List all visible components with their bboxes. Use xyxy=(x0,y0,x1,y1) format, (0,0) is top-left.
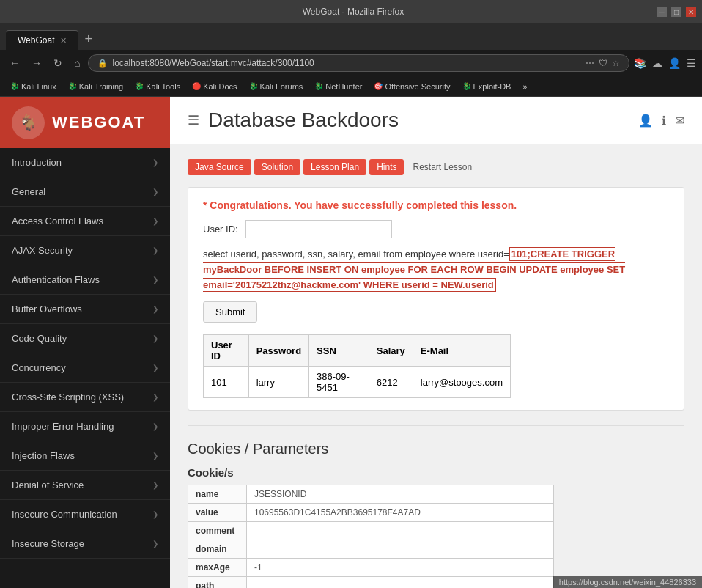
browser-tab[interactable]: WebGoat ✕ xyxy=(6,30,78,50)
hamburger-icon[interactable]: ☰ xyxy=(188,112,199,128)
col-salary: Salary xyxy=(369,335,413,367)
cookie-comment-value xyxy=(247,522,554,540)
solution-button[interactable]: Solution xyxy=(254,159,300,175)
home-button[interactable]: ⌂ xyxy=(70,56,84,70)
cookie-maxage-label: maxAge xyxy=(188,559,247,577)
browser-chrome: WebGoat - Mozilla Firefox ─ □ ✕ WebGoat … xyxy=(0,0,702,97)
address-bar[interactable]: 🔒 ⋯ 🛡 ☆ xyxy=(88,54,629,72)
sidebar-item-insecure-communication[interactable]: Insecure Communication ❯ xyxy=(0,500,170,529)
library-icon[interactable]: 📚 xyxy=(634,57,646,69)
window-controls[interactable]: ─ □ ✕ xyxy=(657,7,696,17)
cookie-domain-row: domain xyxy=(188,540,554,559)
bookmark-label: Exploit-DB xyxy=(473,82,511,91)
sidebar-item-authentication-flaws[interactable]: Authentication Flaws ❯ xyxy=(0,265,170,295)
sidebar-item-label: Introduction xyxy=(12,157,62,168)
sidebar-item-insecure-storage[interactable]: Insecure Storage ❯ xyxy=(0,529,170,559)
sidebar-item-label: Code Quality xyxy=(12,333,67,344)
restart-lesson-link[interactable]: Restart Lesson xyxy=(413,162,472,172)
new-tab-button[interactable]: + xyxy=(78,29,98,50)
sidebar-item-label: Authentication Flaws xyxy=(12,274,100,285)
cell-email: larry@stooges.com xyxy=(413,367,510,398)
bookmark-label: NetHunter xyxy=(325,82,362,91)
sidebar-item-access-control-flaws[interactable]: Access Control Flaws ❯ xyxy=(0,207,170,236)
chevron-right-icon: ❯ xyxy=(152,481,158,489)
url-input[interactable] xyxy=(112,58,581,68)
cookie-domain-value xyxy=(247,540,554,559)
restore-button[interactable]: □ xyxy=(671,7,681,17)
bookmark-star-icon[interactable]: ☆ xyxy=(612,58,620,68)
sidebar: 🐐 WEBGOAT Introduction ❯ General ❯ Acces… xyxy=(0,97,170,588)
col-userid: User ID xyxy=(204,335,249,367)
sidebar-item-label: Concurrency xyxy=(12,362,66,373)
account-icon[interactable]: 👤 xyxy=(668,57,681,69)
more-bookmarks[interactable]: » xyxy=(518,81,531,92)
sidebar-item-label: Injection Flaws xyxy=(12,450,75,461)
sidebar-item-buffer-overflows[interactable]: Buffer Overflows ❯ xyxy=(0,295,170,324)
java-source-button[interactable]: Java Source xyxy=(188,159,251,175)
bookmark-kali-linux[interactable]: 🐉 Kali Linux xyxy=(6,81,61,92)
forward-button[interactable]: → xyxy=(28,56,45,70)
chevron-right-icon: ❯ xyxy=(152,364,158,372)
chevron-right-icon: ❯ xyxy=(152,188,158,196)
sidebar-item-label: Buffer Overflows xyxy=(12,304,82,315)
page-title: Database Backdoors xyxy=(208,109,399,132)
minimize-button[interactable]: ─ xyxy=(657,7,667,17)
tab-label: WebGoat xyxy=(18,35,54,45)
nav-icons: 📚 ☁ 👤 ☰ xyxy=(634,57,696,69)
sidebar-item-improper-error-handling[interactable]: Improper Error Handling ❯ xyxy=(0,412,170,441)
sidebar-item-label: Improper Error Handling xyxy=(12,421,114,432)
chevron-right-icon: » xyxy=(522,82,527,91)
sync-icon[interactable]: ☁ xyxy=(652,57,662,69)
sidebar-item-label: General xyxy=(12,186,45,197)
hints-button[interactable]: Hints xyxy=(369,159,404,175)
bookmark-kali-tools[interactable]: 🐉 Kali Tools xyxy=(130,81,185,92)
sidebar-item-concurrency[interactable]: Concurrency ❯ xyxy=(0,353,170,383)
sidebar-item-introduction[interactable]: Introduction ❯ xyxy=(0,148,170,177)
success-message: * Congratulations. You have successfully… xyxy=(203,199,669,211)
logo-image: 🐐 xyxy=(12,106,45,139)
tab-bar: WebGoat ✕ + xyxy=(0,23,702,50)
user-icon[interactable]: 👤 xyxy=(638,114,653,128)
tab-close-button[interactable]: ✕ xyxy=(60,36,67,45)
bookmark-kali-docs[interactable]: 🔴 Kali Docs xyxy=(188,81,241,92)
cookie-name-label: name xyxy=(188,485,247,504)
cookie-value-row: value 10695563D1C4155A2BB3695178F4A7AD xyxy=(188,504,554,522)
sidebar-item-code-quality[interactable]: Code Quality ❯ xyxy=(0,324,170,353)
cookie-maxage-row: maxAge -1 xyxy=(188,559,554,577)
mail-icon[interactable]: ✉ xyxy=(675,114,684,128)
cell-salary: 6212 xyxy=(369,367,413,398)
submit-button[interactable]: Submit xyxy=(203,301,257,323)
table-row: 101 larry 386-09-5451 6212 larry@stooges… xyxy=(204,367,511,398)
status-url: https://blog.csdn.net/weixin_44826333 xyxy=(559,578,696,587)
lesson-plan-button[interactable]: Lesson Plan xyxy=(303,159,366,175)
sidebar-item-denial-of-service[interactable]: Denial of Service ❯ xyxy=(0,471,170,500)
close-button[interactable]: ✕ xyxy=(686,7,696,17)
back-button[interactable]: ← xyxy=(6,56,23,70)
bookmark-label: Offensive Security xyxy=(385,82,450,91)
sidebar-item-xss[interactable]: Cross-Site Scripting (XSS) ❯ xyxy=(0,383,170,412)
main-content: ☰ Database Backdoors 👤 ℹ ✉ Java Source S… xyxy=(170,97,702,588)
cookie-table: name JSESSIONID value 10695563D1C4155A2B… xyxy=(188,485,554,588)
content-area: Java Source Solution Lesson Plan Hints R… xyxy=(170,144,702,588)
bookmark-exploit-db[interactable]: 🐉 Exploit-DB xyxy=(458,81,516,92)
chevron-right-icon: ❯ xyxy=(152,510,158,518)
bookmark-kali-training[interactable]: 🐉 Kali Training xyxy=(64,81,128,92)
kali-forums-icon: 🐉 xyxy=(249,82,258,90)
bookmark-kali-forums[interactable]: 🐉 Kali Forums xyxy=(245,81,308,92)
chevron-right-icon: ❯ xyxy=(152,246,158,254)
header-icons: 👤 ℹ ✉ xyxy=(638,114,684,128)
bookmark-offensive-security[interactable]: 🎯 Offensive Security xyxy=(369,81,454,92)
info-icon[interactable]: ℹ xyxy=(662,114,666,128)
kali-docs-icon: 🔴 xyxy=(192,82,201,90)
reload-button[interactable]: ↻ xyxy=(50,56,66,70)
bookmark-nethunter[interactable]: 🐉 NetHunter xyxy=(310,81,366,92)
sql-query-display: select userid, password, ssn, salary, em… xyxy=(203,247,669,293)
kali-tools-icon: 🐉 xyxy=(135,82,144,90)
logo-text: WEBGOAT xyxy=(52,113,145,132)
sidebar-item-general[interactable]: General ❯ xyxy=(0,177,170,207)
sidebar-item-ajax-security[interactable]: AJAX Security ❯ xyxy=(0,236,170,265)
sidebar-item-injection-flaws[interactable]: Injection Flaws ❯ xyxy=(0,441,170,471)
user-id-input[interactable] xyxy=(245,220,392,238)
menu-icon[interactable]: ☰ xyxy=(687,57,696,69)
kali-linux-icon: 🐉 xyxy=(10,82,19,90)
